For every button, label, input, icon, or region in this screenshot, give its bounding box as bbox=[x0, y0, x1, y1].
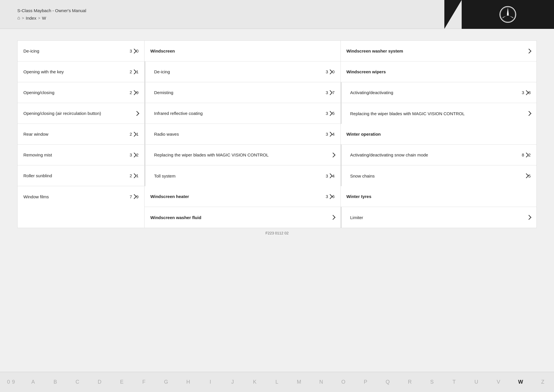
entry-snow-chain-mode[interactable]: Activating/deactivating snow chain mode … bbox=[342, 145, 537, 165]
entry-windscreen-heater[interactable]: Windscreen heater 36 bbox=[145, 186, 340, 207]
entry-page: 30 bbox=[326, 69, 335, 74]
entry-window-films[interactable]: Window films 79 bbox=[18, 186, 144, 207]
entry-snow-chains[interactable]: Snow chains 5 bbox=[342, 165, 537, 186]
alpha-E[interactable]: E bbox=[111, 377, 133, 387]
entry-de-icing[interactable]: De-icing 30 bbox=[18, 41, 144, 61]
entry-opening-closing[interactable]: Opening/closing 29 bbox=[18, 82, 144, 103]
alpha-R[interactable]: R bbox=[399, 377, 421, 387]
entry-winter-tyres[interactable]: Winter tyres bbox=[341, 186, 537, 207]
right-column: Windscreen washer system Windscreen wipe… bbox=[341, 41, 537, 228]
entry-page: 38 bbox=[522, 90, 531, 95]
alpha-D[interactable]: D bbox=[89, 377, 111, 387]
entry-page: 79 bbox=[130, 194, 138, 199]
entry-text: Windscreen wipers bbox=[347, 69, 531, 75]
entry-de-icing-ws[interactable]: De-icing 30 bbox=[145, 61, 340, 82]
entry-page: 34 bbox=[326, 173, 335, 178]
breadcrumb-index[interactable]: Index bbox=[26, 16, 36, 20]
main-content: De-icing 30 Opening with the key 21 Open… bbox=[0, 29, 554, 273]
entry-demisting[interactable]: Demisting 37 bbox=[145, 82, 340, 103]
svg-marker-3 bbox=[507, 8, 509, 15]
alpha-T[interactable]: T bbox=[443, 377, 465, 387]
entry-page bbox=[331, 216, 335, 219]
alpha-09[interactable]: 0 9 bbox=[0, 377, 22, 387]
entry-infrared[interactable]: Infrared reflective coating 35 bbox=[145, 103, 340, 124]
entry-page bbox=[527, 112, 531, 115]
alpha-W[interactable]: W bbox=[510, 377, 532, 387]
alpha-J[interactable]: J bbox=[222, 377, 244, 387]
entry-text: Opening with the key bbox=[23, 69, 127, 75]
entry-removing-mist[interactable]: Removing mist 32 bbox=[18, 145, 144, 165]
alpha-B[interactable]: B bbox=[44, 377, 67, 387]
alpha-N[interactable]: N bbox=[310, 377, 332, 387]
entry-windscreen-washer-fluid[interactable]: Windscreen washer fluid bbox=[145, 207, 340, 228]
entry-windscreen-header[interactable]: Windscreen bbox=[145, 41, 340, 61]
entry-replacing-wipers-right[interactable]: Replacing the wiper blades with MAGIC VI… bbox=[342, 103, 537, 124]
entry-limiter[interactable]: Limiter bbox=[342, 207, 537, 228]
alpha-K[interactable]: K bbox=[244, 377, 266, 387]
entry-text: Activating/deactivating snow chain mode bbox=[350, 152, 519, 158]
entry-roller-sunblind[interactable]: Roller sunblind 21 bbox=[18, 165, 144, 186]
entry-text: Replacing the wiper blades with MAGIC VI… bbox=[350, 111, 525, 117]
entry-text: De-icing bbox=[154, 69, 323, 75]
entry-text: Demisting bbox=[154, 89, 323, 96]
winter-op-sub: Activating/deactivating snow chain mode … bbox=[341, 145, 537, 186]
alpha-L[interactable]: L bbox=[266, 377, 288, 387]
entry-text: Windscreen bbox=[150, 48, 335, 54]
entry-rear-window[interactable]: Rear window 21 bbox=[18, 124, 144, 145]
footer-code: F223 0112 02 bbox=[17, 228, 537, 261]
entry-text: Windscreen washer system bbox=[347, 48, 525, 54]
alpha-M[interactable]: M bbox=[288, 377, 310, 387]
home-icon[interactable]: ⌂ bbox=[17, 15, 20, 20]
entry-page: 37 bbox=[326, 90, 335, 95]
alpha-I[interactable]: I bbox=[199, 377, 222, 387]
entry-windscreen-washer-system[interactable]: Windscreen washer system bbox=[341, 41, 537, 61]
alpha-H[interactable]: H bbox=[177, 377, 199, 387]
index-table: De-icing 30 Opening with the key 21 Open… bbox=[17, 40, 537, 228]
alpha-Q[interactable]: Q bbox=[377, 377, 399, 387]
entry-page bbox=[135, 112, 138, 115]
alpha-P[interactable]: P bbox=[355, 377, 377, 387]
wipers-sub: Activating/deactivating 38 Replacing the… bbox=[341, 82, 537, 124]
middle-column: Windscreen De-icing 30 Demisting 37 Infr… bbox=[145, 41, 341, 228]
entry-page: 35 bbox=[326, 111, 335, 116]
entry-page: 21 bbox=[130, 69, 138, 74]
entry-page: 32 bbox=[130, 152, 138, 157]
svg-marker-5 bbox=[508, 15, 513, 18]
entry-text: Activating/deactivating bbox=[350, 89, 519, 96]
svg-point-6 bbox=[507, 14, 509, 16]
entry-winter-operation[interactable]: Winter operation bbox=[341, 124, 537, 145]
entry-activating-wipers[interactable]: Activating/deactivating 38 bbox=[342, 82, 537, 103]
entry-opening-key[interactable]: Opening with the key 21 bbox=[18, 61, 144, 82]
winter-tyres-sub: Limiter bbox=[341, 207, 537, 228]
entry-page bbox=[331, 153, 335, 157]
alpha-S[interactable]: S bbox=[421, 377, 443, 387]
entry-radio-waves[interactable]: Radio waves 34 bbox=[145, 124, 340, 145]
entry-air-recirculation[interactable]: Opening/closing (air recirculation butto… bbox=[18, 103, 144, 124]
svg-marker-4 bbox=[502, 15, 508, 18]
windscreen-sub: De-icing 30 Demisting 37 Infrared reflec… bbox=[145, 61, 340, 186]
alpha-C[interactable]: C bbox=[66, 377, 89, 387]
alpha-G[interactable]: G bbox=[155, 377, 177, 387]
entry-text: Limiter bbox=[350, 214, 525, 221]
entry-text: Infrared reflective coating bbox=[154, 110, 323, 116]
alpha-A[interactable]: A bbox=[22, 377, 44, 387]
left-column: De-icing 30 Opening with the key 21 Open… bbox=[18, 41, 145, 228]
entry-text: Rear window bbox=[23, 131, 127, 137]
entry-toll-system[interactable]: Toll system 34 bbox=[145, 165, 340, 186]
entry-text: Windscreen washer fluid bbox=[150, 214, 328, 221]
entry-text: Roller sunblind bbox=[23, 173, 127, 179]
entry-text: Snow chains bbox=[350, 173, 522, 179]
alpha-V[interactable]: V bbox=[488, 377, 510, 387]
alpha-O[interactable]: O bbox=[332, 377, 355, 387]
page-title: S-Class Maybach - Owner's Manual bbox=[17, 8, 86, 13]
entry-text: Replacing the wiper blades with MAGIC VI… bbox=[154, 152, 328, 158]
alpha-F[interactable]: F bbox=[133, 377, 155, 387]
entry-text: Opening/closing bbox=[23, 89, 127, 96]
entry-windscreen-wipers[interactable]: Windscreen wipers bbox=[341, 61, 537, 82]
header-left: S-Class Maybach - Owner's Manual ⌂ > Ind… bbox=[17, 8, 86, 20]
alpha-U[interactable]: U bbox=[465, 377, 488, 387]
entry-page: 30 bbox=[130, 48, 138, 53]
entry-replacing-wipers-mid[interactable]: Replacing the wiper blades with MAGIC VI… bbox=[145, 145, 340, 165]
entry-page bbox=[527, 49, 531, 53]
alpha-Z[interactable]: Z bbox=[532, 377, 554, 387]
